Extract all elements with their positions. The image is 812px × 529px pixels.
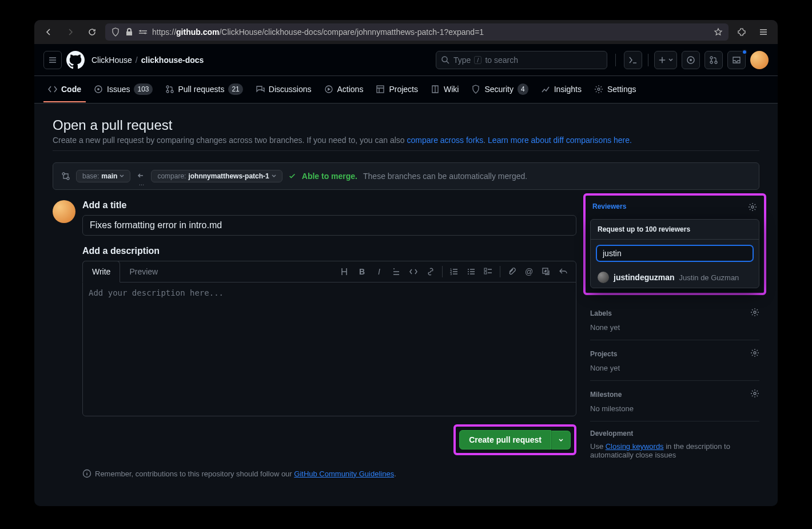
merge-status: Able to merge. <box>302 172 357 181</box>
bookmark-icon[interactable] <box>714 27 723 37</box>
base-branch-select[interactable]: base: main <box>76 170 130 182</box>
browser-toolbar: https://github.com/ClickHouse/clickhouse… <box>34 20 778 44</box>
markdown-toolbar: B I 123 <box>337 264 576 280</box>
milestone-title[interactable]: Milestone <box>590 391 622 399</box>
reviewers-popover: Request up to 100 reviewers justindeguzm… <box>590 219 759 288</box>
heading-icon[interactable] <box>337 264 353 280</box>
search-icon <box>441 55 450 65</box>
tab-insights[interactable]: Insights <box>536 77 586 102</box>
code-icon[interactable] <box>405 264 421 280</box>
tab-actions[interactable]: Actions <box>320 77 368 102</box>
svg-point-28 <box>754 311 756 313</box>
gear-icon[interactable] <box>750 348 759 359</box>
desc-label: Add a description <box>82 246 576 256</box>
menu-icon[interactable] <box>755 23 772 41</box>
create-new-button[interactable] <box>654 51 677 69</box>
svg-point-16 <box>67 177 69 180</box>
closing-keywords-link[interactable]: Closing keywords <box>606 442 664 451</box>
annotation-submit: Create pull request <box>453 424 576 455</box>
svg-point-14 <box>598 88 600 90</box>
attach-icon[interactable] <box>504 264 520 280</box>
tab-discussions[interactable]: Discussions <box>251 77 316 102</box>
tab-pull-requests[interactable]: Pull requests21 <box>161 77 248 102</box>
url-input[interactable]: https://github.com/ClickHouse/clickhouse… <box>105 23 729 41</box>
issues-button[interactable] <box>682 51 700 69</box>
bold-icon[interactable]: B <box>354 264 370 280</box>
pr-title-input[interactable] <box>82 215 576 236</box>
page-subtext: Create a new pull request by comparing c… <box>53 136 759 145</box>
repo-link[interactable]: clickhouse-docs <box>141 55 204 65</box>
compare-icon <box>61 172 70 181</box>
preview-tab[interactable]: Preview <box>120 261 167 282</box>
page-title: Open a pull request <box>53 117 759 133</box>
svg-point-22 <box>468 273 469 275</box>
quote-icon[interactable] <box>388 264 404 280</box>
back-button[interactable] <box>40 23 57 41</box>
create-pr-button[interactable]: Create pull request <box>459 430 551 450</box>
tab-settings[interactable]: Settings <box>590 77 641 102</box>
write-tab[interactable]: Write <box>82 261 120 283</box>
link-icon[interactable] <box>423 264 439 280</box>
tab-issues[interactable]: Issues103 <box>89 77 157 102</box>
reference-icon[interactable] <box>538 264 554 280</box>
task-list-icon[interactable] <box>480 264 496 280</box>
reviewers-search-input[interactable] <box>596 245 753 261</box>
ordered-list-icon[interactable]: 123 <box>446 264 462 280</box>
permissions-icon <box>138 27 148 37</box>
author-avatar <box>53 200 75 223</box>
search-placeholder-prefix: Type <box>453 55 471 65</box>
svg-point-3 <box>690 59 692 61</box>
svg-text:3: 3 <box>450 272 452 276</box>
side-menu-button[interactable] <box>43 51 62 69</box>
title-label: Add a title <box>82 200 576 210</box>
repo-tabs: Code Issues103 Pull requests21 Discussio… <box>34 76 778 104</box>
labels-title[interactable]: Labels <box>590 309 612 317</box>
svg-rect-23 <box>484 268 487 271</box>
ellipsis-icon[interactable]: … <box>138 180 144 186</box>
reviewers-label[interactable]: Reviewers <box>592 202 626 213</box>
github-logo-icon[interactable] <box>66 51 85 69</box>
projects-title[interactable]: Projects <box>590 350 617 358</box>
tab-wiki[interactable]: Wiki <box>426 77 463 102</box>
svg-rect-13 <box>377 86 384 93</box>
search-placeholder-suffix: to search <box>485 55 518 65</box>
inbox-button[interactable] <box>727 51 746 69</box>
svg-point-8 <box>97 88 99 90</box>
tab-security[interactable]: Security4 <box>467 77 532 102</box>
svg-point-27 <box>751 206 754 208</box>
owner-link[interactable]: ClickHouse <box>91 55 132 65</box>
info-icon <box>82 469 91 478</box>
compare-branch-select[interactable]: compare: johnnymatthews-patch-1 <box>151 170 282 182</box>
compare-forks-link[interactable]: compare across forks <box>407 136 483 145</box>
svg-rect-24 <box>484 272 487 274</box>
italic-icon[interactable]: I <box>371 264 387 280</box>
create-pr-dropdown[interactable] <box>551 431 571 450</box>
svg-point-15 <box>62 173 65 175</box>
gear-icon[interactable] <box>750 308 759 319</box>
guidelines-link[interactable]: GitHub Community Guidelines <box>294 470 394 478</box>
gear-icon[interactable] <box>748 202 757 213</box>
description-textarea[interactable] <box>89 288 570 408</box>
command-palette-button[interactable] <box>624 51 642 69</box>
svg-point-4 <box>710 57 713 59</box>
lock-icon <box>125 27 134 37</box>
pull-requests-button[interactable] <box>704 51 723 69</box>
reply-icon[interactable] <box>555 264 571 280</box>
reviewer-avatar <box>598 272 609 283</box>
search-input[interactable]: Type / to search <box>436 51 607 69</box>
learn-diff-link[interactable]: Learn more about diff comparisons here. <box>488 136 632 145</box>
search-kbd: / <box>474 56 481 64</box>
extensions-icon[interactable] <box>733 23 750 41</box>
unordered-list-icon[interactable] <box>463 264 479 280</box>
mention-icon[interactable]: @ <box>521 264 537 280</box>
shield-icon <box>111 27 120 37</box>
gear-icon[interactable] <box>750 389 759 400</box>
check-icon <box>288 172 296 180</box>
user-avatar[interactable] <box>750 51 769 69</box>
reviewer-result[interactable]: justindeguzman Justin de Guzman <box>591 267 759 288</box>
reload-button[interactable] <box>83 23 101 41</box>
tab-code[interactable]: Code <box>43 77 86 102</box>
url-text: https://github.com/ClickHouse/clickhouse… <box>152 27 484 37</box>
tab-projects[interactable]: Projects <box>371 77 423 102</box>
forward-button[interactable] <box>62 23 79 41</box>
